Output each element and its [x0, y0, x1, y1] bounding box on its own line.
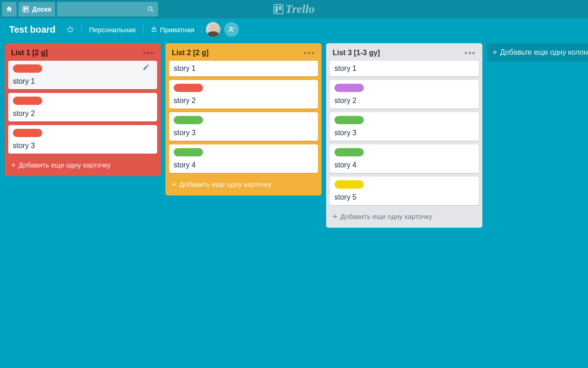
private-visibility-button[interactable]: Приватная	[147, 22, 198, 37]
plus-icon: +	[492, 49, 498, 56]
svg-rect-1	[24, 7, 25, 11]
add-card-label: Добавить еще одну карточку	[180, 180, 271, 188]
card-title: story 5	[334, 193, 474, 201]
edit-card-button[interactable]	[142, 63, 154, 75]
separator	[202, 25, 202, 34]
card-title: story 2	[13, 109, 153, 118]
boards-icon	[22, 6, 29, 13]
card-label[interactable]	[334, 180, 364, 189]
card-title: story 2	[174, 97, 313, 105]
svg-point-3	[148, 7, 152, 11]
card[interactable]: story 3	[169, 112, 318, 141]
boards-button[interactable]: Доски	[18, 2, 55, 17]
svg-line-4	[152, 10, 153, 12]
list-title[interactable]: List 1 [2 g]	[11, 49, 48, 57]
list: List 1 [2 g]•••story 1story 2story 3+Доб…	[5, 43, 161, 176]
list-menu-button[interactable]: •••	[464, 51, 476, 55]
svg-rect-5	[152, 29, 156, 32]
card-title: story 1	[334, 64, 474, 73]
card-label[interactable]	[13, 129, 42, 137]
card[interactable]: story 3	[330, 112, 479, 141]
card[interactable]: story 5	[330, 177, 479, 205]
card-title: story 4	[174, 161, 313, 169]
card-title: story 1	[174, 64, 313, 73]
pencil-icon	[142, 63, 150, 71]
card[interactable]: story 1	[8, 61, 157, 89]
card-title: story 3	[13, 142, 153, 150]
team-visibility-button[interactable]: Персональная	[85, 22, 139, 37]
private-visibility-label: Приватная	[160, 26, 194, 34]
separator	[143, 25, 143, 34]
card-label[interactable]	[174, 84, 203, 92]
card[interactable]: story 2	[330, 80, 479, 109]
card-label[interactable]	[174, 148, 203, 156]
star-button[interactable]	[63, 22, 78, 37]
add-card-label: Добавить еще одну карточку	[19, 161, 111, 169]
card[interactable]: story 4	[330, 144, 479, 173]
add-list-button[interactable]: +Добавьте еще одну колонку	[487, 43, 588, 62]
card[interactable]: story 4	[169, 144, 318, 173]
global-header: Доски Trello	[0, 0, 588, 18]
list-title[interactable]: List 2 [2 g]	[172, 49, 209, 57]
home-icon	[6, 6, 13, 13]
team-visibility-label: Персональная	[89, 26, 136, 34]
plus-icon: +	[172, 181, 177, 188]
add-card-button[interactable]: +Добавить еще одну карточку	[8, 157, 157, 172]
card-label[interactable]	[334, 84, 364, 92]
separator	[81, 25, 82, 34]
card-title: story 2	[334, 97, 474, 105]
add-member-button[interactable]	[224, 22, 239, 37]
card-label[interactable]	[13, 64, 42, 73]
card[interactable]: story 3	[8, 125, 157, 154]
card-label[interactable]	[13, 97, 42, 105]
card-label[interactable]	[334, 116, 364, 124]
add-card-button[interactable]: +Добавить еще одну карточку	[169, 177, 318, 192]
add-member-icon	[228, 26, 235, 33]
boards-button-label: Доски	[32, 6, 51, 13]
trello-logo-icon	[273, 4, 283, 14]
list-menu-button[interactable]: •••	[143, 51, 154, 55]
lock-icon	[151, 26, 157, 33]
list-title[interactable]: List 3 [1-3 gy]	[333, 49, 380, 57]
list-header: List 3 [1-3 gy]•••	[330, 47, 479, 61]
card-label[interactable]	[174, 116, 203, 124]
card[interactable]: story 2	[169, 80, 318, 109]
plus-icon: +	[11, 161, 16, 169]
trello-logo-text: Trello	[285, 2, 315, 16]
member-avatar[interactable]: ≋	[206, 22, 220, 37]
svg-rect-2	[26, 7, 28, 10]
card[interactable]: story 1	[330, 61, 479, 76]
svg-point-6	[230, 27, 232, 29]
board-title[interactable]: Test board	[6, 22, 59, 37]
search-icon	[147, 6, 154, 13]
home-button[interactable]	[2, 2, 17, 17]
add-list-label: Добавьте еще одну колонку	[500, 48, 588, 57]
trello-logo[interactable]: Trello	[273, 2, 315, 16]
add-card-button[interactable]: +Добавить еще одну карточку	[330, 209, 479, 224]
card-title: story 3	[334, 129, 474, 137]
card[interactable]: story 1	[169, 61, 318, 76]
member-badge-icon: ≋	[210, 32, 216, 37]
list-header: List 2 [2 g]•••	[169, 47, 318, 61]
star-icon	[67, 26, 74, 33]
list: List 3 [1-3 gy]•••story 1story 2story 3s…	[326, 43, 482, 228]
card-title: story 1	[13, 77, 153, 86]
list: List 2 [2 g]•••story 1story 2story 3stor…	[165, 43, 322, 196]
list-menu-button[interactable]: •••	[304, 51, 315, 55]
list-header: List 1 [2 g]•••	[8, 47, 157, 61]
search-input[interactable]	[57, 2, 158, 17]
svg-rect-0	[23, 6, 28, 12]
card[interactable]: story 2	[8, 93, 157, 121]
plus-icon: +	[333, 213, 338, 220]
card-title: story 4	[334, 161, 474, 169]
board-header: Test board Персональная Приватная ≋	[0, 18, 588, 40]
board-canvas: List 1 [2 g]•••story 1story 2story 3+Доб…	[0, 40, 588, 230]
add-card-label: Добавить еще одну карточку	[340, 213, 432, 220]
card-title: story 3	[174, 129, 313, 137]
card-label[interactable]	[334, 148, 364, 156]
